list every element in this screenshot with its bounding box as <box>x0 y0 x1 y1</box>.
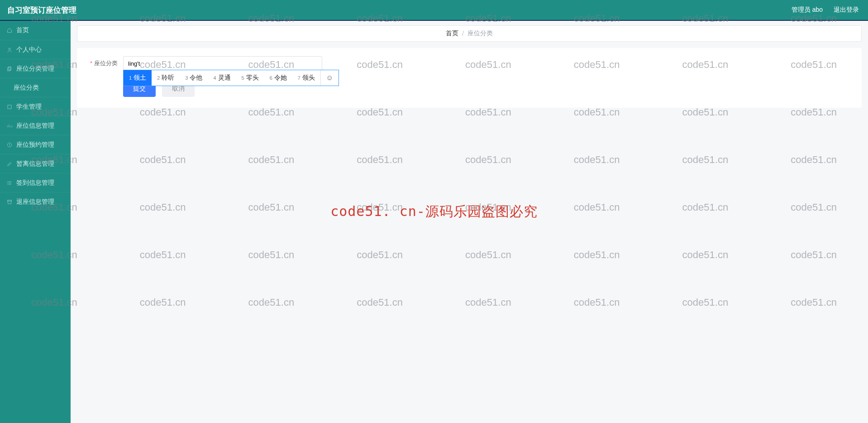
sidebar-item-5[interactable]: 座位信息管理 <box>0 116 71 135</box>
sidebar-item-1[interactable]: 个人中心 <box>0 40 71 59</box>
sidebar-item-label: 签到信息管理 <box>16 179 54 187</box>
sidebar-item-7[interactable]: 暂离信息管理 <box>0 154 71 173</box>
svg-rect-8 <box>8 200 12 201</box>
ime-emoji-button[interactable]: ☺ <box>320 70 339 86</box>
ime-candidate-3[interactable]: 3令他 <box>180 70 208 86</box>
sidebar-item-label: 学生管理 <box>16 103 42 111</box>
ime-candidate-6[interactable]: 6令她 <box>264 70 292 86</box>
clock-icon <box>6 142 13 148</box>
sidebar-item-label: 首页 <box>16 26 29 34</box>
form-panel: *座位分类 1领土2聆听3令他4灵通5零头6令她7领头☺ 提交 取消 <box>77 48 862 108</box>
home-icon <box>6 27 13 34</box>
sidebar-item-3[interactable]: 座位分类 <box>0 78 71 97</box>
ime-candidate-4[interactable]: 4灵通 <box>208 70 236 86</box>
sidebar-item-4[interactable]: 学生管理 <box>0 97 71 116</box>
logout-link[interactable]: 退出登录 <box>834 6 859 14</box>
sidebar: 首页个人中心座位分类管理座位分类学生管理座位信息管理座位预约管理暂离信息管理签到… <box>0 21 71 423</box>
main-content: 首页 / 座位分类 *座位分类 1领土2聆听3令他4灵通5零头6令她7领头☺ <box>71 21 868 423</box>
list-icon <box>6 180 13 186</box>
box-icon <box>6 104 13 110</box>
svg-point-7 <box>7 184 8 184</box>
sidebar-item-2[interactable]: 座位分类管理 <box>0 59 71 78</box>
edit-icon <box>6 161 13 167</box>
sidebar-item-label: 座位预约管理 <box>16 141 54 149</box>
bars-icon <box>6 123 13 129</box>
user-icon <box>6 47 13 53</box>
topbar: 自习室预订座位管理 管理员 abo 退出登录 <box>0 0 868 20</box>
sidebar-item-6[interactable]: 座位预约管理 <box>0 135 71 154</box>
ime-candidate-5[interactable]: 5零头 <box>236 70 264 86</box>
svg-point-6 <box>7 183 8 183</box>
sidebar-item-label: 座位信息管理 <box>16 122 54 130</box>
sidebar-item-label: 座位分类 <box>14 84 39 92</box>
breadcrumb-separator: / <box>462 30 464 37</box>
ime-candidate-2[interactable]: 2聆听 <box>152 70 180 86</box>
sidebar-item-8[interactable]: 签到信息管理 <box>0 173 71 192</box>
svg-rect-2 <box>8 67 10 71</box>
sidebar-item-label: 座位分类管理 <box>16 65 54 73</box>
svg-rect-3 <box>8 105 11 109</box>
ime-candidate-1[interactable]: 1领土 <box>124 70 152 86</box>
svg-rect-1 <box>9 67 11 70</box>
svg-point-5 <box>7 181 8 182</box>
archive-icon <box>6 199 13 205</box>
sidebar-item-label: 退座信息管理 <box>16 198 54 206</box>
ime-candidate-7[interactable]: 7领头 <box>292 70 320 86</box>
seat-category-input[interactable] <box>123 56 322 71</box>
sidebar-item-label: 暂离信息管理 <box>16 160 54 168</box>
breadcrumb: 首页 / 座位分类 <box>77 25 862 42</box>
ime-candidate-bar: 1领土2聆听3令他4灵通5零头6令她7领头☺ <box>123 70 339 86</box>
breadcrumb-home[interactable]: 首页 <box>446 29 458 38</box>
copy-icon <box>6 66 13 72</box>
sidebar-item-9[interactable]: 退座信息管理 <box>0 192 71 211</box>
admin-user-link[interactable]: 管理员 abo <box>792 6 823 14</box>
sidebar-item-label: 个人中心 <box>16 46 42 54</box>
svg-point-0 <box>9 48 10 50</box>
breadcrumb-current: 座位分类 <box>467 29 493 38</box>
form-label-seat-category: *座位分类 <box>86 59 118 67</box>
app-title: 自习室预订座位管理 <box>7 5 76 15</box>
sidebar-item-0[interactable]: 首页 <box>0 21 71 40</box>
